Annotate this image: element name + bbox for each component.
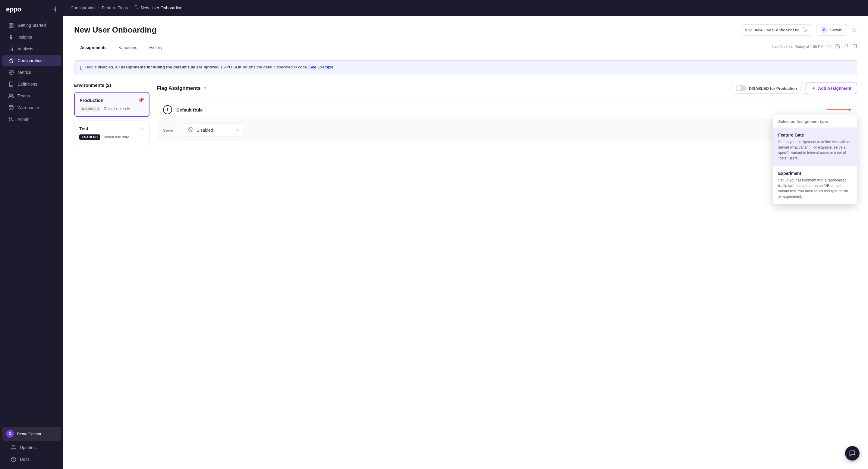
code-view-button[interactable] — [827, 44, 832, 50]
breadcrumb-feature-flags[interactable]: Feature Flags — [102, 5, 128, 10]
sidebar-item-label: Warehouse — [18, 105, 39, 110]
breadcrumb-configuration[interactable]: Configuration — [70, 5, 96, 10]
key-value: new-user-onboarding — [755, 28, 800, 32]
default-rule-card: 1 Default Rule Serve — [157, 100, 857, 142]
lightbulb-icon — [8, 34, 14, 40]
env-status-badge: ENABLED — [79, 134, 100, 140]
svg-point-10 — [10, 72, 12, 73]
company-avatar: D — [6, 430, 14, 438]
sidebar-item-admin[interactable]: Admin — [2, 114, 61, 125]
env-card-header: Production 📌 — [80, 97, 144, 103]
sidebar-item-analysis[interactable]: Analysis — [2, 43, 61, 55]
sidebar-collapse-button[interactable]: ┤ — [54, 7, 57, 12]
env-card-header: Test ☆ — [79, 126, 144, 131]
sidebar-item-label: Definitions — [18, 82, 37, 87]
sidebar-item-label: Updates — [20, 445, 36, 450]
info-text: Flag is disabled, all assignments includ… — [85, 65, 333, 69]
svg-line-34 — [189, 128, 193, 131]
rule-number: 1 — [163, 105, 172, 114]
topbar: Configuration › Feature Flags › New User… — [63, 0, 868, 16]
copy-key-button[interactable] — [802, 27, 807, 33]
sidebar-item-warehouse[interactable]: Warehouse — [2, 102, 61, 113]
tabs-left: Assignments Variations History — [74, 41, 168, 54]
breadcrumb-sep-2: › — [130, 5, 132, 10]
svg-rect-1 — [12, 23, 13, 25]
toggle-switch — [736, 85, 747, 91]
sidebar-item-insights[interactable]: Insights — [2, 31, 61, 43]
sidebar-item-definitions[interactable]: Definitions — [2, 79, 61, 90]
disable-toggle[interactable]: DISABLED for Production — [731, 83, 802, 94]
edit-button[interactable] — [835, 44, 840, 50]
sidebar-logo-area: eppo ┤ — [0, 0, 63, 18]
company-selector[interactable]: D Demo Compa... ⌄ — [2, 427, 61, 441]
sidebar-item-getting-started[interactable]: Getting Started — [2, 20, 61, 31]
flag-icon — [134, 5, 139, 11]
info-banner: ℹ Flag is disabled, all assignments incl… — [74, 60, 857, 75]
environment-card-production[interactable]: Production 📌 DISABLED Default rule only — [74, 92, 150, 117]
add-assignment-button[interactable]: ＋ Add Assignment — [806, 83, 857, 94]
favorite-env-button[interactable]: ☆ — [140, 126, 144, 131]
svg-point-15 — [10, 94, 11, 96]
dropdown-item-feature-gate[interactable]: Feature Gate Set up your assignment to d… — [773, 128, 857, 166]
svg-rect-3 — [12, 26, 13, 27]
sidebar-nav: Getting Started Insights Analysis Config… — [0, 18, 63, 423]
bell-icon — [11, 445, 16, 450]
tab-assignments[interactable]: Assignments — [74, 41, 113, 54]
content-area: New User Onboarding Key new-user-onboard… — [63, 16, 868, 469]
page-header-right: Key new-user-onboarding Growth ☆ — [741, 24, 857, 36]
see-example-link[interactable]: See Example — [309, 65, 333, 69]
rule-title: Default Rule — [176, 107, 203, 113]
sidebar-item-updates[interactable]: Updates — [5, 442, 59, 453]
assignments-title: Flag Assignments ? — [157, 85, 207, 91]
sidebar-item-docs[interactable]: Docs — [5, 454, 59, 465]
sidebar-item-label: Metrics — [18, 70, 31, 75]
env-name: Test — [79, 126, 88, 131]
sidebar-item-teams[interactable]: Teams — [2, 90, 61, 101]
breadcrumb: Configuration › Feature Flags › New User… — [70, 5, 183, 11]
dropdown-item-description: Set up your assignment with a randomized… — [778, 178, 852, 199]
chat-button[interactable] — [845, 446, 860, 461]
sidebar-item-metrics[interactable]: Metrics — [2, 67, 61, 78]
growth-label: Growth — [830, 28, 842, 32]
sidebar-bottom-links: Updates Docs — [2, 442, 61, 465]
grid-icon — [8, 23, 14, 28]
env-badges: ENABLED Default rule only — [79, 134, 144, 140]
rule-body: Serve Disabled ▾ — [157, 119, 857, 141]
tab-variations[interactable]: Variations — [113, 41, 143, 54]
sidebar-item-label: Teams — [18, 93, 30, 98]
help-icon[interactable]: ? — [204, 86, 207, 91]
dropdown-item-title: Feature Gate — [778, 133, 852, 137]
dropdown-item-experiment[interactable]: Experiment Set up your assignment with a… — [773, 166, 857, 205]
favorite-button[interactable]: ☆ — [852, 26, 857, 33]
tabs-right: Last Modified: Today at 1:56 PM — [772, 44, 857, 52]
svg-point-16 — [9, 105, 13, 107]
svg-rect-2 — [9, 26, 10, 27]
sidebar-bottom: D Demo Compa... ⌄ Updates Docs — [0, 423, 63, 469]
main-layout: Environments (2) Production 📌 DISABLED D… — [74, 83, 857, 149]
main-area: Configuration › Feature Flags › New User… — [63, 0, 868, 469]
layout-button[interactable] — [852, 44, 857, 50]
bar-chart-icon — [8, 46, 14, 52]
environments-title: Environments (2) — [74, 83, 150, 88]
svg-rect-31 — [853, 44, 857, 48]
sidebar-item-label: Getting Started — [18, 23, 46, 28]
toggle-label: DISABLED for Production — [749, 86, 797, 91]
pin-button[interactable]: 📌 — [138, 97, 144, 103]
env-name: Production — [80, 98, 103, 103]
sidebar-item-label: Configuration — [18, 58, 42, 63]
settings-icon — [8, 58, 14, 63]
svg-rect-29 — [804, 29, 807, 31]
env-badges: DISABLED Default rule only — [80, 106, 144, 112]
tab-history[interactable]: History — [143, 41, 168, 54]
serve-select[interactable]: Disabled ▾ — [183, 124, 243, 137]
notifications-button[interactable] — [844, 44, 849, 50]
key-label: Key — [745, 28, 752, 32]
growth-badge: Growth — [816, 24, 847, 36]
env-rule-label: Default rule only — [104, 107, 130, 111]
info-icon: ℹ — [80, 65, 82, 71]
chevron-down-icon: ⌄ — [54, 432, 57, 436]
sidebar-item-configuration[interactable]: Configuration — [2, 55, 61, 66]
environments-panel: Environments (2) Production 📌 DISABLED D… — [74, 83, 150, 149]
environment-card-test[interactable]: Test ☆ ENABLED Default rule only — [74, 121, 150, 145]
tabs-bar: Assignments Variations History Last Modi… — [74, 41, 857, 54]
